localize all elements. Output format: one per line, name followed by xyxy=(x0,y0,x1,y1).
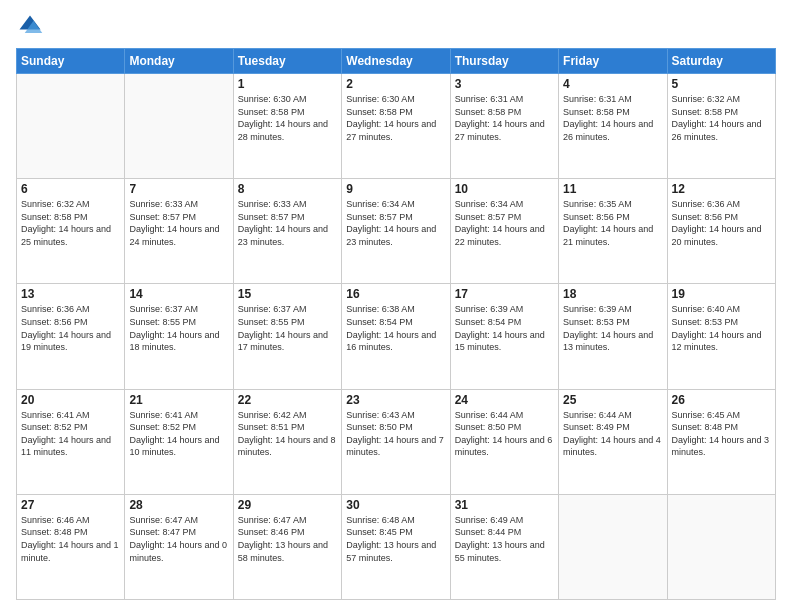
calendar-cell: 12Sunrise: 6:36 AM Sunset: 8:56 PM Dayli… xyxy=(667,179,775,284)
day-number: 26 xyxy=(672,393,771,407)
day-info: Sunrise: 6:34 AM Sunset: 8:57 PM Dayligh… xyxy=(455,198,554,248)
calendar-cell: 7Sunrise: 6:33 AM Sunset: 8:57 PM Daylig… xyxy=(125,179,233,284)
calendar-week-5: 27Sunrise: 6:46 AM Sunset: 8:48 PM Dayli… xyxy=(17,494,776,599)
calendar-cell: 24Sunrise: 6:44 AM Sunset: 8:50 PM Dayli… xyxy=(450,389,558,494)
day-info: Sunrise: 6:41 AM Sunset: 8:52 PM Dayligh… xyxy=(21,409,120,459)
day-info: Sunrise: 6:41 AM Sunset: 8:52 PM Dayligh… xyxy=(129,409,228,459)
header xyxy=(16,12,776,40)
day-number: 24 xyxy=(455,393,554,407)
day-number: 9 xyxy=(346,182,445,196)
day-number: 4 xyxy=(563,77,662,91)
day-info: Sunrise: 6:42 AM Sunset: 8:51 PM Dayligh… xyxy=(238,409,337,459)
day-info: Sunrise: 6:48 AM Sunset: 8:45 PM Dayligh… xyxy=(346,514,445,564)
day-number: 28 xyxy=(129,498,228,512)
calendar-cell: 20Sunrise: 6:41 AM Sunset: 8:52 PM Dayli… xyxy=(17,389,125,494)
calendar-cell xyxy=(125,74,233,179)
day-number: 18 xyxy=(563,287,662,301)
day-info: Sunrise: 6:40 AM Sunset: 8:53 PM Dayligh… xyxy=(672,303,771,353)
day-info: Sunrise: 6:36 AM Sunset: 8:56 PM Dayligh… xyxy=(21,303,120,353)
calendar-cell: 30Sunrise: 6:48 AM Sunset: 8:45 PM Dayli… xyxy=(342,494,450,599)
col-header-thursday: Thursday xyxy=(450,49,558,74)
calendar-cell: 9Sunrise: 6:34 AM Sunset: 8:57 PM Daylig… xyxy=(342,179,450,284)
page: SundayMondayTuesdayWednesdayThursdayFrid… xyxy=(0,0,792,612)
day-info: Sunrise: 6:45 AM Sunset: 8:48 PM Dayligh… xyxy=(672,409,771,459)
calendar-cell: 17Sunrise: 6:39 AM Sunset: 8:54 PM Dayli… xyxy=(450,284,558,389)
day-info: Sunrise: 6:39 AM Sunset: 8:53 PM Dayligh… xyxy=(563,303,662,353)
day-info: Sunrise: 6:37 AM Sunset: 8:55 PM Dayligh… xyxy=(129,303,228,353)
day-info: Sunrise: 6:47 AM Sunset: 8:47 PM Dayligh… xyxy=(129,514,228,564)
day-number: 7 xyxy=(129,182,228,196)
calendar-week-1: 1Sunrise: 6:30 AM Sunset: 8:58 PM Daylig… xyxy=(17,74,776,179)
day-number: 8 xyxy=(238,182,337,196)
calendar-table: SundayMondayTuesdayWednesdayThursdayFrid… xyxy=(16,48,776,600)
day-info: Sunrise: 6:47 AM Sunset: 8:46 PM Dayligh… xyxy=(238,514,337,564)
day-info: Sunrise: 6:32 AM Sunset: 8:58 PM Dayligh… xyxy=(21,198,120,248)
day-info: Sunrise: 6:46 AM Sunset: 8:48 PM Dayligh… xyxy=(21,514,120,564)
calendar-cell: 10Sunrise: 6:34 AM Sunset: 8:57 PM Dayli… xyxy=(450,179,558,284)
day-number: 1 xyxy=(238,77,337,91)
day-number: 16 xyxy=(346,287,445,301)
day-info: Sunrise: 6:39 AM Sunset: 8:54 PM Dayligh… xyxy=(455,303,554,353)
day-info: Sunrise: 6:44 AM Sunset: 8:49 PM Dayligh… xyxy=(563,409,662,459)
calendar-cell: 21Sunrise: 6:41 AM Sunset: 8:52 PM Dayli… xyxy=(125,389,233,494)
day-number: 15 xyxy=(238,287,337,301)
calendar-cell: 8Sunrise: 6:33 AM Sunset: 8:57 PM Daylig… xyxy=(233,179,341,284)
day-number: 19 xyxy=(672,287,771,301)
col-header-sunday: Sunday xyxy=(17,49,125,74)
day-number: 30 xyxy=(346,498,445,512)
day-info: Sunrise: 6:33 AM Sunset: 8:57 PM Dayligh… xyxy=(129,198,228,248)
calendar-week-3: 13Sunrise: 6:36 AM Sunset: 8:56 PM Dayli… xyxy=(17,284,776,389)
day-number: 6 xyxy=(21,182,120,196)
calendar-cell xyxy=(667,494,775,599)
day-number: 20 xyxy=(21,393,120,407)
day-info: Sunrise: 6:43 AM Sunset: 8:50 PM Dayligh… xyxy=(346,409,445,459)
calendar-cell: 4Sunrise: 6:31 AM Sunset: 8:58 PM Daylig… xyxy=(559,74,667,179)
day-info: Sunrise: 6:38 AM Sunset: 8:54 PM Dayligh… xyxy=(346,303,445,353)
calendar-cell: 15Sunrise: 6:37 AM Sunset: 8:55 PM Dayli… xyxy=(233,284,341,389)
calendar-cell: 11Sunrise: 6:35 AM Sunset: 8:56 PM Dayli… xyxy=(559,179,667,284)
day-number: 3 xyxy=(455,77,554,91)
calendar-cell: 29Sunrise: 6:47 AM Sunset: 8:46 PM Dayli… xyxy=(233,494,341,599)
day-number: 22 xyxy=(238,393,337,407)
day-info: Sunrise: 6:34 AM Sunset: 8:57 PM Dayligh… xyxy=(346,198,445,248)
calendar-cell: 27Sunrise: 6:46 AM Sunset: 8:48 PM Dayli… xyxy=(17,494,125,599)
day-info: Sunrise: 6:31 AM Sunset: 8:58 PM Dayligh… xyxy=(455,93,554,143)
calendar-cell: 25Sunrise: 6:44 AM Sunset: 8:49 PM Dayli… xyxy=(559,389,667,494)
day-number: 17 xyxy=(455,287,554,301)
calendar-cell xyxy=(17,74,125,179)
day-number: 10 xyxy=(455,182,554,196)
day-number: 25 xyxy=(563,393,662,407)
logo-icon xyxy=(16,12,44,40)
col-header-friday: Friday xyxy=(559,49,667,74)
day-info: Sunrise: 6:32 AM Sunset: 8:58 PM Dayligh… xyxy=(672,93,771,143)
day-number: 2 xyxy=(346,77,445,91)
day-number: 27 xyxy=(21,498,120,512)
day-info: Sunrise: 6:31 AM Sunset: 8:58 PM Dayligh… xyxy=(563,93,662,143)
col-header-monday: Monday xyxy=(125,49,233,74)
calendar-cell xyxy=(559,494,667,599)
calendar-cell: 23Sunrise: 6:43 AM Sunset: 8:50 PM Dayli… xyxy=(342,389,450,494)
calendar-week-4: 20Sunrise: 6:41 AM Sunset: 8:52 PM Dayli… xyxy=(17,389,776,494)
day-info: Sunrise: 6:37 AM Sunset: 8:55 PM Dayligh… xyxy=(238,303,337,353)
logo xyxy=(16,12,48,40)
calendar-cell: 16Sunrise: 6:38 AM Sunset: 8:54 PM Dayli… xyxy=(342,284,450,389)
calendar-cell: 6Sunrise: 6:32 AM Sunset: 8:58 PM Daylig… xyxy=(17,179,125,284)
day-number: 11 xyxy=(563,182,662,196)
day-number: 5 xyxy=(672,77,771,91)
day-info: Sunrise: 6:35 AM Sunset: 8:56 PM Dayligh… xyxy=(563,198,662,248)
col-header-wednesday: Wednesday xyxy=(342,49,450,74)
col-header-saturday: Saturday xyxy=(667,49,775,74)
calendar-cell: 31Sunrise: 6:49 AM Sunset: 8:44 PM Dayli… xyxy=(450,494,558,599)
calendar-cell: 14Sunrise: 6:37 AM Sunset: 8:55 PM Dayli… xyxy=(125,284,233,389)
calendar-cell: 5Sunrise: 6:32 AM Sunset: 8:58 PM Daylig… xyxy=(667,74,775,179)
calendar-week-2: 6Sunrise: 6:32 AM Sunset: 8:58 PM Daylig… xyxy=(17,179,776,284)
day-info: Sunrise: 6:30 AM Sunset: 8:58 PM Dayligh… xyxy=(238,93,337,143)
calendar-cell: 3Sunrise: 6:31 AM Sunset: 8:58 PM Daylig… xyxy=(450,74,558,179)
day-number: 21 xyxy=(129,393,228,407)
day-number: 12 xyxy=(672,182,771,196)
calendar-cell: 19Sunrise: 6:40 AM Sunset: 8:53 PM Dayli… xyxy=(667,284,775,389)
day-number: 23 xyxy=(346,393,445,407)
calendar-cell: 22Sunrise: 6:42 AM Sunset: 8:51 PM Dayli… xyxy=(233,389,341,494)
calendar-cell: 2Sunrise: 6:30 AM Sunset: 8:58 PM Daylig… xyxy=(342,74,450,179)
calendar-cell: 18Sunrise: 6:39 AM Sunset: 8:53 PM Dayli… xyxy=(559,284,667,389)
